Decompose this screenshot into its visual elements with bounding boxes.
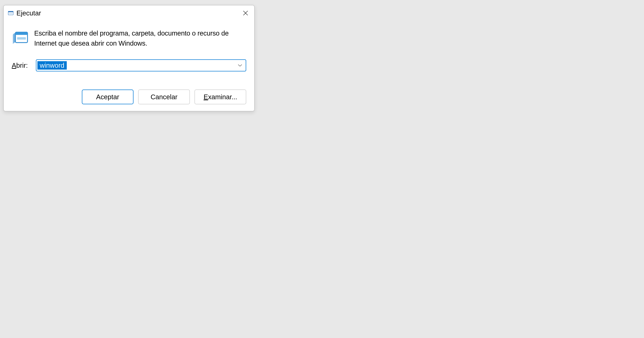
open-combobox[interactable]: winword: [36, 59, 246, 72]
svg-rect-1: [8, 11, 13, 12]
titlebar-left: Ejecutar: [8, 10, 41, 17]
run-icon: [12, 29, 28, 46]
button-row: Aceptar Cancelar Examinar...: [4, 84, 254, 111]
close-button[interactable]: [241, 8, 250, 18]
cancel-button-label: Cancelar: [150, 93, 178, 101]
open-input-value[interactable]: winword: [38, 61, 67, 70]
open-label: Abrir:: [12, 62, 30, 69]
open-label-accel: A: [12, 62, 16, 69]
run-title-icon: [8, 10, 14, 16]
run-dialog: Ejecutar Escriba el nombre del progra: [3, 5, 254, 111]
svg-rect-2: [9, 13, 12, 14]
svg-rect-8: [17, 37, 26, 40]
dialog-title: Ejecutar: [16, 10, 41, 17]
combobox-dropdown-button[interactable]: [238, 63, 242, 68]
info-row: Escriba el nombre del programa, carpeta,…: [12, 28, 246, 48]
browse-accel: E: [204, 93, 208, 100]
browse-rest: xaminar...: [208, 93, 237, 100]
dialog-description: Escriba el nombre del programa, carpeta,…: [34, 28, 246, 48]
dialog-content: Escriba el nombre del programa, carpeta,…: [4, 20, 254, 84]
browse-button-label: Examinar...: [204, 93, 237, 101]
browse-button[interactable]: Examinar...: [194, 90, 246, 104]
open-row: Abrir: winword: [12, 59, 246, 72]
ok-button[interactable]: Aceptar: [82, 90, 134, 104]
titlebar: Ejecutar: [4, 5, 254, 20]
cancel-button[interactable]: Cancelar: [138, 90, 190, 104]
svg-rect-7: [16, 34, 28, 35]
open-label-rest: brir:: [16, 62, 28, 69]
chevron-down-icon: [238, 64, 242, 67]
close-icon: [243, 10, 248, 16]
ok-button-label: Aceptar: [96, 93, 119, 101]
